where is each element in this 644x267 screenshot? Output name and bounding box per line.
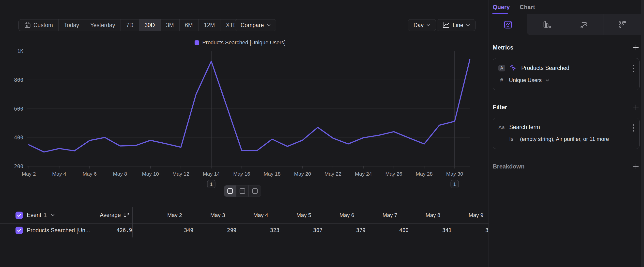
metric-name: Products Searched [521,65,570,71]
compare-label: Compare [240,22,264,29]
chart-type-label: Line [452,22,463,29]
x-axis-label: May 12 [172,171,190,177]
chart-view-icon [239,188,246,194]
scrollbar-gutter[interactable] [641,0,644,267]
chevron-down-icon[interactable] [51,214,54,216]
compare-button[interactable]: Compare [235,19,276,31]
chart-type-button[interactable]: Line [437,19,476,31]
table-header-row: Event 1 Average May 2May 3May 4May 5May … [0,207,488,224]
date-column-header[interactable]: May 8 [397,212,440,218]
event-count: 1 [44,212,47,218]
y-axis-label: 600 [14,106,23,112]
average-header[interactable]: Average [79,212,129,218]
tab-chart[interactable]: Chart [520,4,535,11]
report-tab-flows[interactable] [565,14,603,35]
row-checkbox[interactable] [16,227,23,234]
toolbar: CustomTodayYesterday7D30D3M6M12MXTD Comp… [0,0,488,37]
layout-toggle [224,185,261,197]
layout-table-view-button[interactable] [249,185,261,196]
filter-heading: Filter [493,104,507,111]
add-metric-button[interactable] [632,44,640,51]
x-axis-label: May 8 [113,171,127,177]
report-tab-funnels[interactable] [527,14,565,35]
cell-value: 323 [236,227,280,233]
y-axis-label: 800 [14,77,23,83]
chevron-down-icon [466,24,470,26]
layout-split-view-button[interactable] [224,185,236,196]
flows-icon [578,19,590,30]
column-separator [132,207,132,237]
select-all-checkbox[interactable] [16,212,23,219]
report-tab-retention[interactable] [603,14,641,35]
retention-icon [617,19,628,30]
date-column-header[interactable]: May 2 [139,212,182,218]
x-axis-label: May 28 [416,171,433,177]
funnels-icon [540,19,552,30]
filter-property-name: Search term [509,124,540,131]
cell-value: 379 [322,227,366,233]
cell-value: 343 [452,227,495,233]
x-axis-label: May 2 [22,171,36,177]
date-column-header[interactable]: May 9 [440,212,483,218]
table-view-icon [252,188,258,194]
cell-value: 299 [193,227,236,233]
filter-operator[interactable]: Is [509,136,518,142]
panel-tabs: Query Chart [489,0,644,14]
query-panel: Query Chart [488,0,644,267]
date-column-header[interactable]: May 4 [225,212,268,218]
x-axis-label: May 30 [446,171,463,177]
granularity-button[interactable]: Day [408,19,436,31]
x-axis-label: May 24 [355,171,372,177]
metric-card[interactable]: A Products Searched # Unique Users [493,58,640,90]
date-range-control: CustomTodayYesterday7D30D3M6M12MXTD [18,19,249,31]
table-row[interactable]: Products Searched [Un... 426.9 349299323… [0,224,488,237]
tab-query[interactable]: Query [493,4,510,11]
aggregation-selector[interactable]: Unique Users [509,77,542,84]
date-range-yesterday[interactable]: Yesterday [85,20,121,31]
date-range-6m[interactable]: 6M [180,20,198,31]
filter-menu-button[interactable] [632,124,634,132]
date-column-header[interactable]: May 7 [354,212,397,218]
split-view-icon [227,188,234,194]
query-builder: Metrics A Products Searched # [489,44,644,170]
date-column-header[interactable]: May 3 [182,212,225,218]
filter-value[interactable]: (empty string), Air purifier, or 11 more [520,136,609,142]
calendar-icon [24,22,31,29]
date-column-header[interactable]: May 5 [268,212,311,218]
y-axis-label: 400 [14,135,23,141]
annotation-count: 1 [210,181,213,187]
date-range-custom[interactable]: Custom [19,20,58,31]
insights-icon [502,19,514,30]
report-type-tabs [489,14,644,35]
date-column-header[interactable]: May 6 [311,212,354,218]
filter-card[interactable]: Aa Search term Is (empty string), Air pu… [493,118,640,149]
date-range-7d[interactable]: 7D [121,20,139,31]
x-axis-label: May 6 [83,171,97,177]
x-axis-label: May 20 [294,171,311,177]
line-chart[interactable]: 1K800600400200May 2May 4May 6May 8May 10… [0,37,488,188]
layout-chart-view-button[interactable] [236,185,249,196]
add-breakdown-button[interactable] [632,163,640,170]
report-tab-insights[interactable] [489,14,527,35]
x-axis-label: May 16 [233,171,250,177]
series-line[interactable] [29,60,470,152]
date-range-3m[interactable]: 3M [161,20,180,31]
x-axis-label: May 22 [324,171,342,177]
row-average: 426.9 [116,227,132,233]
inactive-report-tabs [527,14,641,35]
x-axis-label: May 26 [385,171,402,177]
metric-menu-button[interactable] [632,65,634,72]
granularity-label: Day [414,22,424,29]
chevron-down-icon [267,24,270,26]
sort-descending-icon[interactable] [123,212,129,218]
annotation-count: 1 [453,181,456,187]
metric-letter-badge: A [498,65,505,71]
breakdown-heading: Breakdown [493,163,524,170]
date-range-today[interactable]: Today [58,20,84,31]
row-label: Products Searched [Un... [27,227,90,234]
date-range-30d[interactable]: 30D [139,20,160,31]
date-range-12m[interactable]: 12M [198,20,221,31]
add-filter-button[interactable] [632,103,640,111]
event-click-icon [510,64,517,72]
x-axis-label: May 10 [142,171,159,177]
